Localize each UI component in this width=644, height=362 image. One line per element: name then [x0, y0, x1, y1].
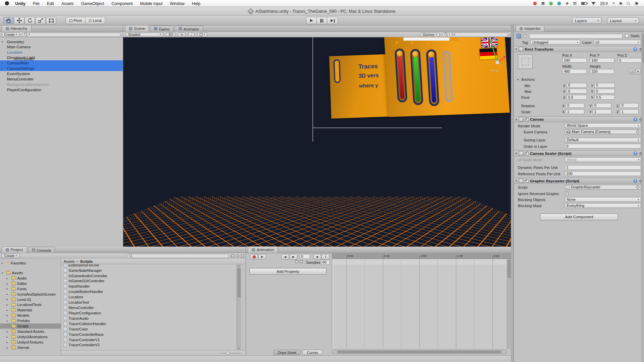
foldout-icon[interactable]: ▾ — [516, 118, 517, 121]
foldout-icon[interactable]: ▸ — [7, 346, 8, 349]
hierarchy-item-geometry[interactable]: ▸Geometry — [0, 39, 123, 44]
foldout-icon[interactable]: ▾ — [516, 47, 517, 51]
record-button[interactable] — [250, 254, 258, 259]
gizmos-dropdown[interactable]: Gizmos ▾ — [420, 32, 439, 37]
scene-lighting-toggle[interactable]: ☀ — [178, 32, 185, 37]
curves-button[interactable]: Curves — [302, 350, 323, 355]
foldout-icon[interactable]: ▾ — [516, 152, 517, 155]
file-row[interactable]: LocaleButtonHandler — [61, 289, 236, 294]
timeline-vscrollbar[interactable] — [507, 259, 511, 349]
icon-size-slider-track[interactable] — [220, 353, 241, 353]
menu-gameobject[interactable]: GameObject — [77, 1, 108, 5]
scrollbar-thumb[interactable] — [337, 351, 501, 354]
samples-field[interactable]: 60 — [321, 260, 330, 265]
scrollbar-thumb[interactable] — [237, 268, 241, 298]
search-by-type-icon[interactable] — [231, 254, 234, 257]
foldout-icon[interactable]: ▾ — [2, 271, 3, 275]
file-row[interactable]: InGameAudioController — [61, 273, 236, 278]
tree-item-favorites[interactable]: ▸ ★ Favorites — [0, 260, 61, 265]
object-picker-icon[interactable] — [636, 130, 640, 133]
breadcrumb-current[interactable]: Scripts — [80, 259, 93, 263]
rotation-y-field[interactable]: 0 — [593, 103, 611, 108]
hierarchy-item-localizer[interactable]: Localizer — [0, 50, 123, 55]
menu-edit[interactable]: Edit — [43, 1, 58, 5]
breadcrumb-root[interactable]: Assets — [64, 259, 75, 263]
add-component-button[interactable]: Add Component — [540, 214, 618, 221]
file-row[interactable]: GameStateManager — [61, 267, 236, 273]
menu-mobile-input[interactable]: Mobile Input — [137, 1, 166, 5]
move-tool-button[interactable] — [14, 17, 24, 24]
pivot-x-field[interactable]: 0.5 — [567, 95, 587, 100]
scroll-down-icon[interactable]: ▼ — [238, 348, 240, 350]
menu-help[interactable]: Help — [188, 1, 204, 5]
file-row[interactable]: InGameGUIController — [61, 278, 236, 284]
project-list-scrollbar[interactable]: ▲ ▼ — [236, 264, 241, 350]
scrollbar-thumb[interactable] — [507, 260, 511, 278]
hand-tool-button[interactable] — [3, 17, 14, 24]
file-row[interactable]: MenuController — [61, 305, 236, 310]
menubar-clock[interactable]: 25:0 — [600, 1, 608, 5]
status-icon-list[interactable]: ≡ — [612, 1, 614, 5]
file-row[interactable]: Localizer — [61, 294, 236, 300]
foldout-icon[interactable]: ▸ — [2, 61, 3, 65]
scene-effects-dropdown[interactable]: ▾ — [197, 32, 208, 37]
status-icon-teal[interactable] — [557, 1, 561, 5]
blueprint-mode-button[interactable] — [629, 69, 634, 74]
notification-center-icon[interactable]: ▣ — [635, 1, 638, 5]
tree-item-audio[interactable]: ▸Audio — [0, 276, 61, 281]
graphic-raycaster-enabled-checkbox[interactable]: ✓ — [525, 179, 528, 183]
blocking-objects-dropdown[interactable]: None▾ — [565, 197, 641, 202]
tree-item-editor[interactable]: ▸Editor — [0, 281, 61, 286]
pause-button[interactable] — [317, 17, 327, 24]
layers-dropdown[interactable]: Layers ▾ — [572, 17, 602, 24]
ui-scale-mode-dropdown[interactable]: World▾ — [565, 157, 641, 162]
prev-keyframe-button[interactable]: ◀ — [281, 254, 289, 259]
width-field[interactable]: 480 — [562, 69, 587, 74]
hierarchy-item-playerconfiguration[interactable]: PlayerConfiguration — [0, 87, 123, 93]
timeline-ruler[interactable]: 0:00 0:30 1:00 1:30 2:00 — [332, 253, 511, 259]
height-field[interactable]: 320 — [590, 69, 614, 74]
menu-file[interactable]: File — [29, 1, 43, 5]
scale-z-field[interactable]: 1 — [620, 109, 639, 114]
canvas-enabled-checkbox[interactable]: ✓ — [525, 117, 528, 121]
timeline-area[interactable] — [332, 259, 506, 349]
canvas-header[interactable]: ▾ ✓ Canvas ? ⚙ — [514, 116, 644, 122]
raw-edit-mode-button[interactable]: R — [635, 69, 641, 74]
hierarchy-item-eventsystem[interactable]: EventSystem — [0, 71, 123, 76]
tag-dropdown[interactable]: Untagged▾ — [530, 40, 580, 45]
foldout-icon[interactable]: ▸ — [2, 40, 3, 43]
ignore-reversed-graphics-checkbox[interactable]: ✓ — [565, 192, 569, 195]
tree-item-materials[interactable]: ▸Materials — [0, 307, 61, 313]
scale-x-field[interactable]: 1 — [566, 109, 584, 114]
file-row[interactable]: TracerColor — [61, 326, 236, 331]
foldout-icon[interactable]: ▸ — [7, 287, 8, 291]
blocking-mask-dropdown[interactable]: Everything▾ — [565, 203, 641, 208]
rect-tool-button[interactable] — [46, 17, 56, 24]
layout-dropdown[interactable]: Layout ▾ — [607, 17, 639, 24]
tree-item-iconsandsplashscreen[interactable]: ▸IconsAndSplashScreen — [0, 291, 61, 297]
foldout-icon[interactable]: ▸ — [7, 330, 8, 333]
file-row[interactable]: ExtensionsForUnit — [61, 264, 236, 268]
pivot-y-field[interactable]: 0.5 — [594, 95, 615, 100]
sorting-layer-dropdown[interactable]: Default▾ — [565, 137, 641, 142]
pos-x-field[interactable]: 240 — [562, 58, 587, 63]
help-icon[interactable]: ? — [633, 179, 637, 183]
status-icon-circle[interactable]: ◉ — [619, 1, 623, 5]
static-checkbox[interactable] — [625, 34, 629, 38]
animation-option-icon[interactable] — [300, 260, 303, 263]
tree-item-prefabs[interactable]: ▸Prefabs — [0, 318, 61, 323]
dope-sheet-button[interactable]: Dope Sheet — [274, 350, 301, 355]
menu-unity[interactable]: Unity — [11, 1, 29, 5]
tree-item-models[interactable]: ▸Models — [0, 313, 61, 318]
tab-animation[interactable]: Animation — [248, 246, 278, 253]
pos-y-field[interactable]: 160 — [590, 58, 614, 63]
tree-item-level-01[interactable]: ▸Level-01 — [0, 297, 61, 302]
rotation-x-field[interactable]: 0 — [566, 103, 584, 108]
apple-menu-icon[interactable] — [5, 1, 9, 5]
event-camera-field[interactable]: Main Camera (Camera) — [565, 129, 641, 134]
min-x-field[interactable]: 0 — [567, 83, 587, 88]
scene-search-input[interactable]: ▾ All — [442, 32, 508, 37]
project-search-input[interactable] — [126, 253, 229, 258]
foldout-icon[interactable]: ▸ — [7, 292, 8, 296]
object-picker-icon[interactable] — [636, 185, 640, 189]
